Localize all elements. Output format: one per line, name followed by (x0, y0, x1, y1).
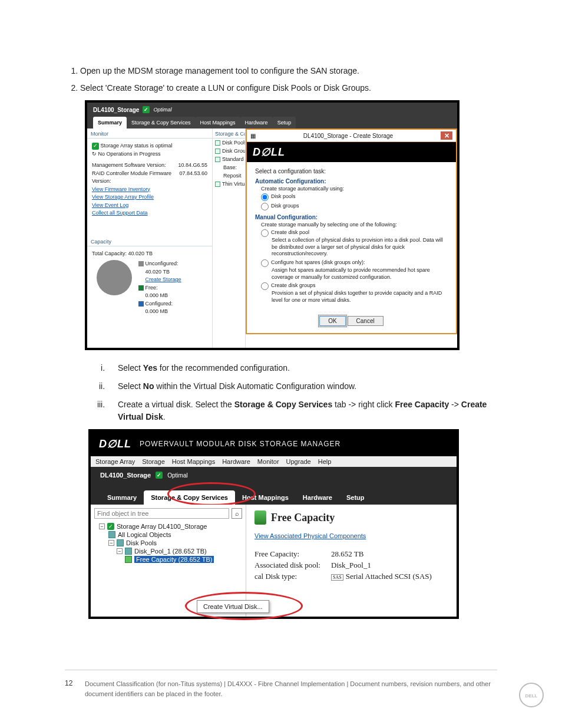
status-ok-icon: ✓ (143, 106, 150, 113)
scs-item-diskgroup[interactable]: Disk Group (213, 147, 245, 155)
manual-config-heading: Manual Configuration: (255, 214, 448, 220)
tab-summary[interactable]: Summary (100, 490, 144, 505)
collapse-icon[interactable]: − (117, 548, 123, 554)
tab-host-mappings[interactable]: Host Mappings (235, 490, 296, 505)
menu-host-mappings[interactable]: Host Mappings (172, 458, 215, 465)
menu-help[interactable]: Help (318, 458, 332, 465)
free-capacity-label: Free Capacity: (254, 549, 331, 559)
dell-logo-icon: D∅LL (99, 437, 131, 450)
collapse-icon[interactable]: − (99, 523, 105, 529)
menu-upgrade[interactable]: Upgrade (286, 458, 311, 465)
assoc-pool-label: Associated disk pool: (254, 561, 331, 570)
cancel-button[interactable]: Cancel (348, 316, 384, 326)
status-ok-icon: ✓ (156, 472, 163, 479)
capacity-legend: Unconfigured: 40.020 TB Create Storage F… (138, 260, 181, 316)
link-fw-inventory[interactable]: View Firmware Inventory (92, 186, 207, 194)
dell-circle-logo-icon: DELL (518, 682, 544, 708)
scs-item-thin[interactable]: Thin Virtua (213, 180, 245, 188)
step-2: Select 'Create Storage' to create a LUN … (80, 82, 497, 94)
tab-storage-copy[interactable]: Storage & Copy Services (144, 490, 235, 505)
dell-logo-icon: D∅LL (253, 146, 285, 158)
capacity-pie-icon (97, 260, 132, 295)
disk-pool-icon (125, 548, 132, 555)
configure-hot-spares-desc: Assign hot spares automatically to provi… (272, 267, 448, 281)
status-ok-icon: ✓ (92, 143, 99, 150)
svg-text:DELL: DELL (525, 693, 538, 699)
ok-button[interactable]: OK (319, 316, 345, 326)
menu-storage-array[interactable]: Storage Array (95, 458, 135, 465)
disk-type-label: cal Disk type: (254, 572, 331, 581)
tree-all-logical[interactable]: All Logical Objects (108, 531, 242, 539)
dialog-title: DL4100_Storage - Create Storage (256, 133, 441, 139)
link-array-profile[interactable]: View Storage Array Profile (92, 193, 207, 202)
screenshot-mdsm-tree: D∅LL POWERVAULT MODULAR DISK STORAGE MAN… (88, 429, 459, 619)
fw-version-value: 07.84.53.60 (179, 170, 207, 186)
screenshot-mdsm-summary: DL4100_Storage ✓ Optimal Summary Storage… (85, 100, 459, 350)
array-name: DL4100_Storage (100, 472, 151, 479)
fw-version-label: RAID Controller Module Firmware Version: (92, 170, 179, 186)
mgmt-version-value: 10.84.G6.55 (178, 162, 207, 170)
scs-item-diskpools[interactable]: Disk Pools (213, 139, 245, 147)
sas-badge-icon: SAS (331, 574, 343, 581)
manual-config-sub: Create storage manually by selecting one… (261, 222, 448, 228)
close-button[interactable]: ✕ (441, 131, 452, 140)
menu-monitor[interactable]: Monitor (257, 458, 279, 465)
capacity-heading: Capacity (87, 236, 212, 246)
link-view-physical[interactable]: View Associated Physical Components (254, 532, 366, 539)
status-optimal: Optimal (167, 472, 187, 479)
tree-search-input[interactable] (94, 508, 229, 519)
footer-text: Document Classification (for non-Titus s… (85, 679, 497, 699)
link-support-data[interactable]: Collect all Support Data (92, 209, 207, 218)
tab-storage-copy[interactable]: Storage & Copy Services (127, 117, 196, 129)
substep-ii: Select No within the Virtual Disk Automa… (107, 380, 497, 393)
free-capacity-value: 28.652 TB (331, 549, 363, 559)
tree-pool-1[interactable]: −Disk_Pool_1 (28.652 TB) (117, 547, 242, 555)
scs-panel-heading: Storage & Cop (213, 129, 245, 139)
tab-setup[interactable]: Setup (339, 490, 372, 505)
radio-disk-groups[interactable] (261, 203, 269, 210)
step-1: Open up the MDSM storage management tool… (80, 65, 497, 77)
radio-create-disk-pool[interactable] (261, 229, 269, 237)
link-create-storage[interactable]: Create Storage (146, 276, 181, 284)
radio-disk-pools[interactable] (261, 193, 269, 201)
menu-bar: Storage Array Storage Host Mappings Hard… (91, 456, 457, 467)
tab-setup[interactable]: Setup (273, 117, 296, 129)
menu-storage[interactable]: Storage (142, 458, 165, 465)
storage-array-name: DL4100_Storage (93, 107, 139, 113)
window-title-bar: DL4100_Storage ✓ Optimal (87, 103, 457, 117)
free-capacity-icon (125, 556, 132, 563)
disk-pools-icon (215, 140, 220, 146)
scs-item-standard[interactable]: Standard V (213, 155, 245, 163)
tab-summary[interactable]: Summary (93, 117, 127, 129)
footer-divider (65, 670, 497, 670)
tree-free-capacity[interactable]: Free Capacity (28.652 TB) (125, 555, 242, 564)
link-event-log[interactable]: View Event Log (92, 202, 207, 210)
dialog-intro: Select a configuration task: (255, 168, 448, 174)
dialog-icon: ▦ (250, 133, 256, 139)
create-disk-pool-desc: Select a collection of physical disks to… (272, 237, 448, 258)
monitor-status: ✓ Storage Array status is optimal (92, 142, 207, 150)
total-capacity: Total Capacity: 40.020 TB (92, 250, 207, 258)
auto-config-heading: Automatic Configuration: (255, 178, 448, 185)
radio-create-disk-groups[interactable] (261, 282, 269, 290)
search-icon[interactable]: ⌕ (232, 508, 242, 519)
collapse-icon[interactable]: − (108, 540, 114, 546)
context-menu-create-vd[interactable]: Create Virtual Disk... (197, 600, 269, 613)
tree-root[interactable]: −✓Storage Array DL4100_Storage (99, 522, 242, 531)
disk-pools-icon (117, 539, 124, 546)
tab-host-mappings[interactable]: Host Mappings (196, 117, 240, 129)
assoc-pool-value: Disk_Pool_1 (331, 561, 371, 570)
tab-hardware[interactable]: Hardware (240, 117, 273, 129)
substep-iii: Create a virtual disk. Select the Storag… (107, 398, 497, 423)
menu-hardware[interactable]: Hardware (222, 458, 250, 465)
info-title: Free Capacity (271, 512, 335, 524)
logical-objects-icon (108, 531, 115, 538)
mgmt-version-label: Management Software Version: (92, 162, 166, 170)
tree-disk-pools[interactable]: −Disk Pools (108, 539, 242, 547)
standard-vd-icon (215, 157, 220, 162)
monitor-heading: Monitor (87, 129, 212, 139)
tab-hardware[interactable]: Hardware (296, 490, 339, 505)
substep-i: Select Yes for the recommended configura… (107, 362, 497, 374)
radio-configure-hot-spares[interactable] (261, 259, 269, 267)
thin-vd-icon (215, 182, 220, 187)
